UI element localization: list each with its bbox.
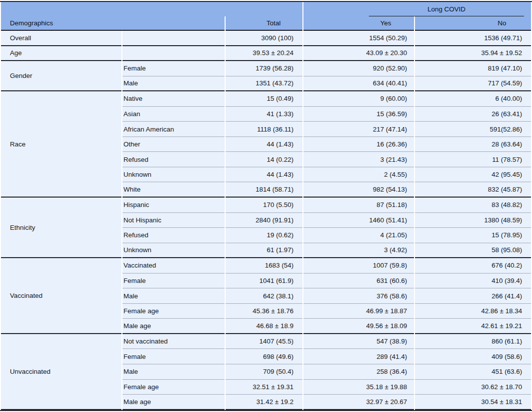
header-row-span: Long COVID [1, 2, 531, 16]
long-covid-underline: Long COVID [369, 2, 524, 16]
yes-cell: 15 (36.59) [303, 107, 414, 122]
table-body: Overall3090 (100)1554 (50.29)1536 (49.71… [1, 31, 531, 410]
no-cell: 6 (40.00) [415, 91, 531, 107]
no-cell: 28 (63.64) [415, 137, 531, 152]
total-cell: 170 (5.50) [226, 198, 302, 213]
yes-cell: 35.18 ± 19.88 [303, 380, 414, 395]
no-cell: 676 (40.2) [415, 258, 531, 274]
no-cell: 1380 (48.59) [415, 213, 531, 228]
yes-cell: 1460 (51.41) [303, 213, 414, 228]
no-cell: 410 (39.4) [415, 274, 531, 289]
no-cell: 1536 (49.71) [415, 31, 531, 46]
subcategory-cell: African American [122, 122, 225, 137]
long-covid-label: Long COVID [427, 5, 466, 13]
yes-cell: 49.56 ± 18.09 [303, 319, 414, 334]
yes-cell: 258 (36.4) [303, 364, 414, 380]
total-cell: 1407 (45.5) [226, 334, 302, 349]
table-row: VaccinatedVaccinated1683 (54)1007 (59.8)… [1, 258, 531, 274]
yes-cell: 920 (52.90) [303, 61, 414, 76]
total-cell: 3090 (100) [226, 31, 302, 46]
yes-cell: 9 (60.00) [303, 91, 414, 107]
category-cell: Gender [1, 61, 121, 91]
yes-cell: 16 (26.36) [303, 137, 414, 152]
no-cell: 819 (47.10) [415, 61, 531, 76]
subcategory-cell: Asian [122, 107, 225, 122]
subcategory-cell: Refused [122, 152, 225, 167]
subcategory-cell: Male [122, 288, 225, 304]
total-cell: 15 (0.49) [226, 91, 302, 107]
subcategory-cell: Unknown [122, 243, 225, 259]
total-cell: 1351 (43.72) [226, 76, 302, 92]
table-row: Overall3090 (100)1554 (50.29)1536 (49.71… [1, 31, 531, 46]
total-cell: 41 (1.33) [226, 107, 302, 122]
no-cell: 30.62 ± 18.70 [415, 380, 531, 395]
total-cell: 709 (50.4) [226, 364, 302, 380]
total-cell: 32.51 ± 19.31 [226, 380, 302, 395]
total-cell: 1739 (56.28) [226, 61, 302, 76]
yes-cell: 4 (21.05) [303, 228, 414, 243]
yes-cell: 634 (40.41) [303, 76, 414, 92]
total-cell: 1814 (58.71) [226, 182, 302, 198]
total-cell: 31.42 ± 19.2 [226, 395, 302, 410]
yes-cell: 43.09 ± 20.30 [303, 46, 414, 62]
yes-cell: 376 (58.6) [303, 288, 414, 304]
no-cell: 30.54 ± 18.31 [415, 395, 531, 410]
category-cell: Vaccinated [1, 258, 121, 334]
yes-cell: 1554 (50.29) [303, 31, 414, 46]
col-header-total: Total [226, 16, 302, 31]
no-cell: 717 (54.59) [415, 76, 531, 92]
long-covid-header-cell: Long COVID [303, 2, 531, 16]
total-cell: 61 (1.97) [226, 243, 302, 259]
yes-cell: 982 (54.13) [303, 182, 414, 198]
total-cell: 2840 (91.91) [226, 213, 302, 228]
no-cell: 35.94 ± 19.52 [415, 46, 531, 62]
no-cell: 409 (58.6) [415, 349, 531, 364]
no-cell: 26 (63.41) [415, 107, 531, 122]
subcategory-cell: Other [122, 137, 225, 152]
subcategory-cell: White [122, 182, 225, 198]
total-cell: 698 (49.6) [226, 349, 302, 364]
table-row: RaceNative15 (0.49)9 (60.00)6 (40.00) [1, 91, 531, 107]
yes-cell: 46.99 ± 18.87 [303, 304, 414, 319]
col-header-yes: Yes [303, 16, 414, 31]
total-cell: 1118 (36.11) [226, 122, 302, 137]
category-cell: Age [1, 46, 121, 62]
category-cell: Ethnicity [1, 198, 121, 258]
category-cell: Unvaccinated [1, 334, 121, 410]
yes-cell: 3 (21.43) [303, 152, 414, 167]
subcategory-cell: Female [122, 349, 225, 364]
col-header-demographics: Demographics [1, 16, 225, 31]
yes-cell: 217 (47.14) [303, 122, 414, 137]
yes-cell: 32.97 ± 20.67 [303, 395, 414, 410]
subcategory-cell: Female [122, 274, 225, 289]
no-cell: 451 (63.6) [415, 364, 531, 380]
total-cell: 642 (38.1) [226, 288, 302, 304]
total-cell: 44 (1.43) [226, 167, 302, 183]
total-cell: 1041 (61.9) [226, 274, 302, 289]
subcategory-cell: Not Hispanic [122, 213, 225, 228]
no-cell: 832 (45.87) [415, 182, 531, 198]
subcategory-cell: Male age [122, 395, 225, 410]
subcategory-cell: Female [122, 61, 225, 76]
no-cell: 266 (41.4) [415, 288, 531, 304]
category-cell: Overall [1, 31, 121, 46]
table-row: GenderFemale1739 (56.28)920 (52.90)819 (… [1, 61, 531, 76]
subcategory-cell: Female age [122, 380, 225, 395]
col-header-no: No [415, 16, 531, 31]
subcategory-cell: Male [122, 76, 225, 92]
yes-cell: 547 (38.9) [303, 334, 414, 349]
yes-cell: 87 (51.18) [303, 198, 414, 213]
header-row-columns: Demographics Total Yes No [1, 16, 531, 31]
total-cell: 44 (1.43) [226, 137, 302, 152]
total-cell: 14 (0.22) [226, 152, 302, 167]
no-cell: 83 (48.82) [415, 198, 531, 213]
subcategory-cell: Native [122, 91, 225, 107]
subcategory-cell: Not vaccinated [122, 334, 225, 349]
subcategory-cell: Hispanic [122, 198, 225, 213]
no-cell: 42.86 ± 18.34 [415, 304, 531, 319]
total-cell: 1683 (54) [226, 258, 302, 274]
subcategory-cell [122, 31, 225, 46]
yes-cell: 289 (41.4) [303, 349, 414, 364]
yes-cell: 631 (60.6) [303, 274, 414, 289]
total-cell: 19 (0.62) [226, 228, 302, 243]
